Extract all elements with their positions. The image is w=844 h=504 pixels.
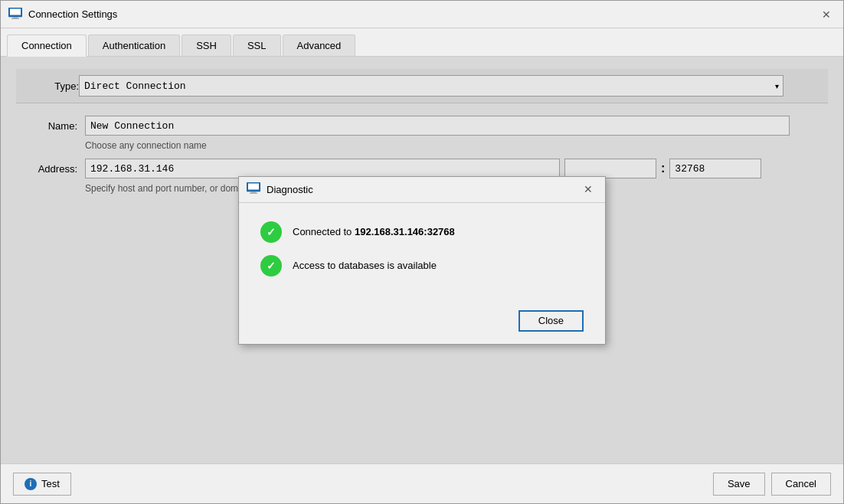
svg-rect-1	[10, 8, 21, 15]
svg-rect-7	[250, 193, 257, 195]
dialog-close-action-button[interactable]: Close	[519, 310, 584, 332]
checkmark-icon-1: ✓	[267, 226, 276, 238]
test-label: Test	[41, 478, 60, 489]
svg-rect-5	[248, 184, 259, 190]
window-title: Connection Settings	[28, 8, 117, 20]
dialog-title: Diagnostic	[267, 184, 313, 195]
test-button[interactable]: i Test	[13, 473, 71, 496]
tab-advanced[interactable]: Advanced	[283, 34, 356, 56]
save-button[interactable]: Save	[713, 473, 765, 496]
diagnostic-text-1: Connected to 192.168.31.146:32768	[293, 226, 455, 237]
diagnostic-dialog: Diagnostic ✕ ✓ Connected to 192.168.31.1…	[238, 176, 606, 345]
tab-ssh[interactable]: SSH	[182, 34, 231, 56]
dialog-title-bar: Diagnostic ✕	[239, 177, 605, 203]
bottom-bar: i Test Save Cancel	[1, 463, 843, 503]
tab-bar: Connection Authentication SSH SSL Advanc…	[1, 28, 843, 57]
dialog-footer: Close	[239, 304, 605, 344]
dialog-icon	[247, 182, 260, 196]
dialog-content: ✓ Connected to 192.168.31.146:32768 ✓ Ac…	[239, 203, 605, 304]
tab-ssl[interactable]: SSL	[233, 34, 281, 56]
checkmark-icon-2: ✓	[267, 260, 276, 272]
svg-rect-3	[11, 18, 19, 19]
window-close-button[interactable]: ✕	[817, 5, 836, 24]
dialog-overlay: Diagnostic ✕ ✓ Connected to 192.168.31.1…	[1, 57, 843, 463]
dialog-close-button[interactable]: ✕	[579, 180, 597, 198]
diagnostic-item-2: ✓ Access to databases is available	[260, 255, 584, 277]
content-area: Type: Direct Connection ▾ Name: Choose a…	[1, 57, 843, 463]
window-icon	[8, 8, 22, 21]
diagnostic-text-2: Access to databases is available	[293, 260, 437, 271]
diagnostic-item-1: ✓ Connected to 192.168.31.146:32768	[260, 221, 584, 243]
cancel-button[interactable]: Cancel	[771, 473, 831, 496]
check-circle-2: ✓	[260, 255, 282, 277]
main-window: Connection Settings ✕ Connection Authent…	[0, 0, 844, 504]
test-icon: i	[25, 478, 37, 490]
check-circle-1: ✓	[260, 221, 282, 243]
tab-authentication[interactable]: Authentication	[88, 34, 180, 56]
tab-connection[interactable]: Connection	[7, 34, 87, 57]
title-bar: Connection Settings ✕	[1, 1, 843, 28]
